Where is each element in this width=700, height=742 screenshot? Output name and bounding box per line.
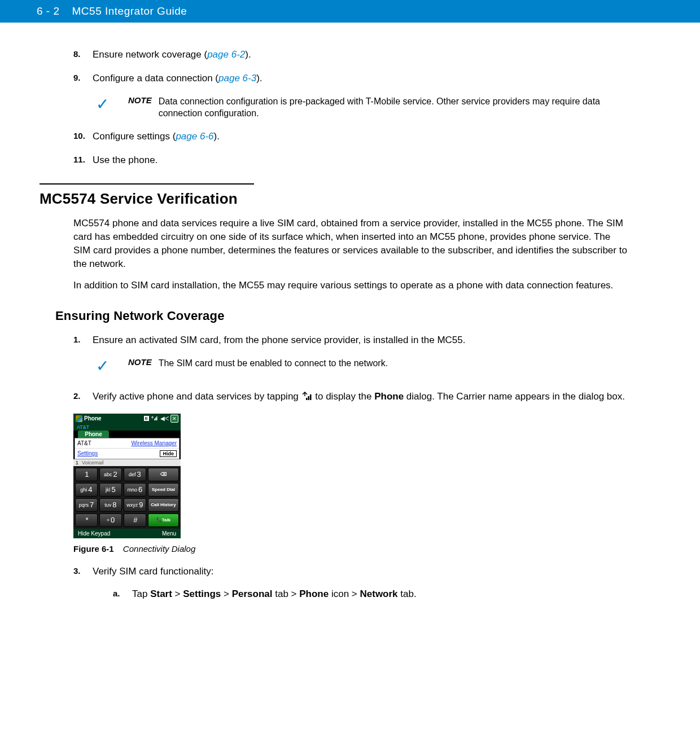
phone-app-title: Phone: [84, 415, 102, 422]
key-3[interactable]: def3: [124, 468, 146, 481]
step-number: 11.: [73, 153, 93, 167]
phone-keypad: 1 abc2 def3 ⌫ ghi4 jkl5 mno6 Speed Dial …: [73, 466, 181, 529]
phone-titlebar: Phone E ◀ᐸ ✕: [73, 414, 181, 424]
substep-a: a. Tap Start > Settings > Personal tab >…: [113, 589, 629, 600]
step-1: 1. Ensure an activated SIM card, from th…: [73, 333, 629, 347]
note-label: NOTE: [128, 357, 152, 367]
status-e-icon: E: [144, 416, 149, 421]
step-number: 9.: [73, 72, 93, 85]
step-11: 11. Use the phone.: [73, 153, 629, 167]
key-2[interactable]: abc2: [99, 468, 122, 481]
popup-tab: Phone: [78, 431, 109, 438]
body-paragraph: In addition to SIM card installation, th…: [73, 279, 629, 292]
check-icon: ✓: [96, 96, 109, 112]
talk-button[interactable]: 📞 Talk: [148, 513, 179, 527]
signal-status-icon: [151, 415, 159, 422]
page-link[interactable]: page 6-2: [207, 49, 245, 60]
note-block: ✓ NOTE Data connection configuration is …: [96, 95, 629, 120]
step-3: 3. Verify SIM card functionality:: [73, 565, 629, 578]
step-10: 10. Configure settings (page 6-6).: [73, 130, 629, 143]
close-icon[interactable]: ✕: [170, 415, 178, 423]
doc-title: MC55 Integrator Guide: [72, 5, 187, 17]
svg-rect-2: [310, 394, 312, 400]
note-block: ✓ NOTE The SIM card must be enabled to c…: [96, 357, 629, 374]
page-content: 8. Ensure network coverage (page 6-2). 9…: [0, 23, 700, 628]
key-star[interactable]: *: [75, 513, 98, 527]
page-link[interactable]: page 6-3: [218, 73, 256, 84]
softkey-right[interactable]: Menu: [162, 530, 176, 537]
substep-letter: a.: [113, 589, 132, 600]
signal-icon: [301, 391, 313, 401]
step-8: 8. Ensure network coverage (page 6-2).: [73, 48, 629, 62]
step-text: Ensure an activated SIM card, from the p…: [93, 333, 466, 347]
svg-rect-0: [306, 398, 308, 400]
svg-rect-4: [155, 418, 156, 420]
step-number: 10.: [73, 130, 93, 143]
step-number: 2.: [73, 390, 93, 403]
page-header: 6 - 2 MC55 Integrator Guide: [0, 0, 700, 23]
key-7[interactable]: pqrs7: [75, 498, 98, 512]
step-number: 3.: [73, 565, 93, 578]
subsection-heading: Ensuring Network Coverage: [55, 309, 629, 323]
key-9[interactable]: wxyz9: [124, 498, 146, 512]
backspace-key[interactable]: ⌫: [148, 468, 179, 481]
carrier-strip: AT&T: [73, 424, 181, 431]
page-link[interactable]: page 6-6: [176, 131, 213, 142]
key-6[interactable]: mno6: [124, 483, 146, 497]
carrier-name: AT&T: [77, 440, 91, 446]
step-text: Verify SIM card functionality:: [93, 565, 213, 578]
check-icon: ✓: [96, 358, 109, 374]
call-history-button[interactable]: Call History: [148, 498, 179, 512]
key-4[interactable]: ghi4: [75, 483, 98, 497]
softkey-bar: Hide Keypad Menu: [73, 529, 181, 538]
figure-caption: Figure 6-1 Connectivity Dialog: [73, 544, 629, 554]
step-text: Configure settings (page 6-6).: [93, 130, 220, 143]
step-text: Configure a data connection (page 6-3).: [93, 72, 262, 85]
settings-link[interactable]: Settings: [77, 450, 98, 457]
step-number: 8.: [73, 48, 93, 62]
step-number: 1.: [73, 333, 93, 347]
body-paragraph: MC5574 phone and data services require a…: [73, 217, 629, 270]
wireless-manager-link[interactable]: Wireless Manager: [131, 440, 177, 446]
step-text: Use the phone.: [93, 153, 158, 167]
note-text: Data connection configuration is pre-pac…: [159, 95, 629, 120]
hide-button[interactable]: Hide: [160, 450, 177, 457]
svg-rect-3: [154, 419, 155, 420]
voicemail-row: 1 Voicemail: [73, 459, 181, 466]
svg-rect-1: [308, 396, 309, 400]
page-number: 6 - 2: [37, 5, 60, 17]
key-5[interactable]: jkl5: [99, 483, 122, 497]
figure: Phone E ◀ᐸ ✕ AT&T Phone AT&T Wireless Ma…: [73, 414, 629, 554]
substep-text: Tap Start > Settings > Personal tab > Ph…: [132, 589, 417, 600]
section-rule: [40, 183, 254, 185]
key-0[interactable]: +0: [99, 513, 122, 527]
step-2: 2. Verify active phone and data services…: [73, 390, 629, 403]
phone-screenshot: Phone E ◀ᐸ ✕ AT&T Phone AT&T Wireless Ma…: [73, 414, 181, 538]
volume-icon: ◀ᐸ: [160, 415, 169, 422]
svg-rect-5: [156, 416, 158, 420]
key-1[interactable]: 1: [75, 468, 98, 481]
step-text: Verify active phone and data services by…: [93, 390, 625, 403]
speed-dial-button[interactable]: Speed Dial: [148, 483, 179, 497]
note-label: NOTE: [128, 95, 152, 105]
softkey-left[interactable]: Hide Keypad: [78, 530, 110, 537]
connectivity-popup: AT&T Wireless Manager Settings Hide: [75, 438, 180, 459]
section-heading: MC5574 Service Verification: [40, 190, 629, 208]
note-text: The SIM card must be enabled to connect …: [159, 357, 388, 370]
key-8[interactable]: tuv8: [99, 498, 122, 512]
step-9: 9. Configure a data connection (page 6-3…: [73, 72, 629, 85]
step-text: Ensure network coverage (page 6-2).: [93, 48, 251, 62]
start-icon[interactable]: [76, 415, 82, 422]
key-hash[interactable]: #: [124, 513, 146, 527]
